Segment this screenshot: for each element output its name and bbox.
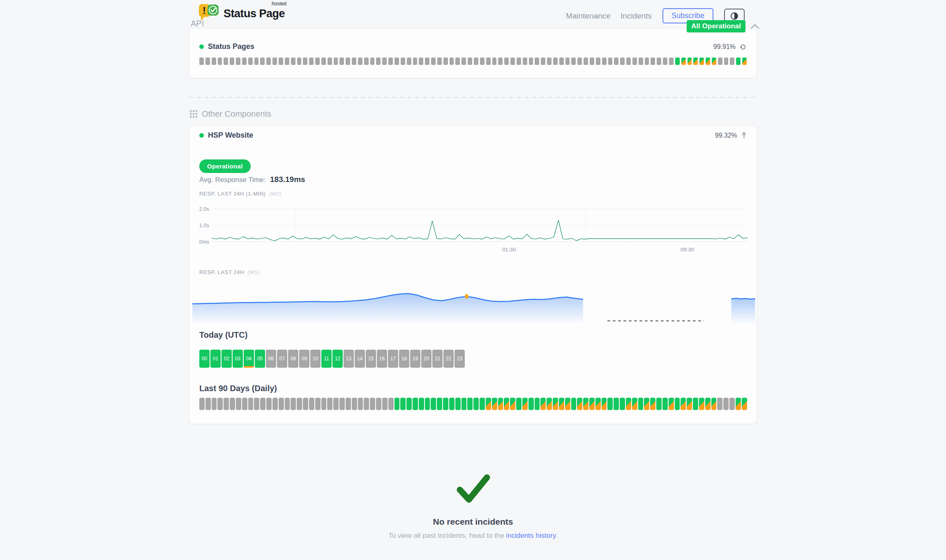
uptime-bar[interactable] <box>425 58 429 65</box>
uptime-bar[interactable] <box>461 398 467 410</box>
uptime-bar[interactable] <box>657 58 661 65</box>
hour-block-19[interactable]: 19 <box>410 350 420 368</box>
uptime-bar[interactable] <box>614 58 618 65</box>
chevron-up-icon[interactable] <box>750 24 759 29</box>
uptime-bar[interactable] <box>254 58 259 65</box>
uptime-bar[interactable] <box>419 58 423 65</box>
uptime-bar[interactable] <box>376 398 381 410</box>
uptime-bar[interactable] <box>547 398 552 410</box>
hour-block-22[interactable]: 22 <box>443 350 454 368</box>
uptime-bar[interactable] <box>540 398 546 410</box>
uptime-bar[interactable] <box>577 58 582 65</box>
uptime-bar[interactable] <box>303 398 308 410</box>
uptime-bar[interactable] <box>315 58 320 65</box>
uptime-bar[interactable] <box>620 58 625 65</box>
uptime-bar[interactable] <box>498 398 503 410</box>
hour-block-08[interactable]: 08 <box>288 350 298 368</box>
uptime-bar[interactable] <box>486 58 491 65</box>
uptime-bar[interactable] <box>266 398 272 410</box>
uptime-bar[interactable] <box>730 58 734 65</box>
uptime-bar[interactable] <box>279 398 284 410</box>
uptime-bar[interactable] <box>461 58 466 65</box>
uptime-bar[interactable] <box>492 58 497 65</box>
uptime-bar[interactable] <box>528 398 534 410</box>
logo[interactable]: ! hosted Status Page <box>199 3 285 22</box>
uptime-bar[interactable] <box>717 398 722 410</box>
uptime-bar[interactable] <box>614 398 619 410</box>
component-name[interactable]: Status Pages <box>208 42 254 51</box>
hour-block-12[interactable]: 12 <box>332 350 343 368</box>
uptime-bar[interactable] <box>382 58 387 65</box>
uptime-bar[interactable] <box>449 398 455 410</box>
uptime-bar[interactable] <box>742 58 747 65</box>
uptime-bar[interactable] <box>699 58 704 65</box>
uptime-bar[interactable] <box>535 398 540 410</box>
uptime-bar[interactable] <box>718 58 722 65</box>
uptime-bar[interactable] <box>285 58 289 65</box>
uptime-bar[interactable] <box>291 58 295 65</box>
uptime-bar[interactable] <box>224 398 229 410</box>
uptime-bar[interactable] <box>205 58 210 65</box>
uptime-bar[interactable] <box>205 398 211 410</box>
uptime-bar[interactable] <box>333 398 339 410</box>
uptime-bar[interactable] <box>712 58 716 65</box>
hour-block-00[interactable]: 00 <box>199 350 210 368</box>
refresh-icon[interactable] <box>740 44 747 50</box>
uptime-bar[interactable] <box>687 398 692 410</box>
uptime-bar[interactable] <box>218 58 222 65</box>
uptime-bar[interactable] <box>272 58 277 65</box>
uptime-bar[interactable] <box>723 398 729 410</box>
uptime-bar[interactable] <box>517 58 521 65</box>
uptime-bar[interactable] <box>455 398 461 410</box>
uptime-bar[interactable] <box>339 398 345 410</box>
uptime-bar[interactable] <box>413 58 418 65</box>
hour-block-11[interactable]: 11 <box>321 350 332 368</box>
uptime-bar[interactable] <box>492 398 497 410</box>
uptime-bar[interactable] <box>236 58 240 65</box>
uptime-bar[interactable] <box>339 58 344 65</box>
uptime-bar[interactable] <box>590 58 594 65</box>
uptime-bar[interactable] <box>358 398 363 410</box>
uptime-bar[interactable] <box>473 398 479 410</box>
uptime-bar[interactable] <box>400 398 406 410</box>
uptime-bar[interactable] <box>413 398 418 410</box>
uptime-bar[interactable] <box>480 58 485 65</box>
uptime-bar[interactable] <box>651 58 655 65</box>
uptime-bar[interactable] <box>467 398 473 410</box>
uptime-bar[interactable] <box>236 398 241 410</box>
nav-maintenance[interactable]: Maintenance <box>566 12 611 21</box>
uptime-bar[interactable] <box>632 58 637 65</box>
uptime-bar[interactable] <box>650 398 655 410</box>
uptime-bar[interactable] <box>644 398 649 410</box>
uptime-bar[interactable] <box>639 58 643 65</box>
uptime-bar[interactable] <box>547 58 551 65</box>
uptime-bar[interactable] <box>571 58 576 65</box>
uptime-bar[interactable] <box>516 398 521 410</box>
uptime-bar[interactable] <box>504 58 509 65</box>
uptime-bar[interactable] <box>321 58 326 65</box>
uptime-bar[interactable] <box>364 398 369 410</box>
uptime-bar[interactable] <box>370 398 375 410</box>
uptime-bar[interactable] <box>480 398 485 410</box>
uptime-bar[interactable] <box>596 58 600 65</box>
uptime-bar[interactable] <box>388 58 393 65</box>
uptime-bar[interactable] <box>260 58 265 65</box>
uptime-bar[interactable] <box>595 398 601 410</box>
incidents-history-link[interactable]: incidents history <box>506 532 556 539</box>
response-time-area-chart[interactable] <box>189 281 757 328</box>
uptime-bar[interactable] <box>486 398 491 410</box>
uptime-bar[interactable] <box>419 398 424 410</box>
uptime-bar[interactable] <box>297 398 302 410</box>
uptime-bar[interactable] <box>681 58 686 65</box>
uptime-bar[interactable] <box>254 398 259 410</box>
uptime-bar[interactable] <box>589 398 595 410</box>
uptime-bar[interactable] <box>321 398 327 410</box>
uptime-bar[interactable] <box>729 398 735 410</box>
uptime-bar[interactable] <box>553 398 558 410</box>
hour-block-21[interactable]: 21 <box>432 350 443 368</box>
uptime-bar[interactable] <box>675 58 680 65</box>
uptime-bar[interactable] <box>675 398 680 410</box>
uptime-bar[interactable] <box>565 398 570 410</box>
response-time-line-chart[interactable]: 2.0s1.0s0ms01:3009:30 <box>199 206 748 253</box>
uptime-bar[interactable] <box>632 398 637 410</box>
